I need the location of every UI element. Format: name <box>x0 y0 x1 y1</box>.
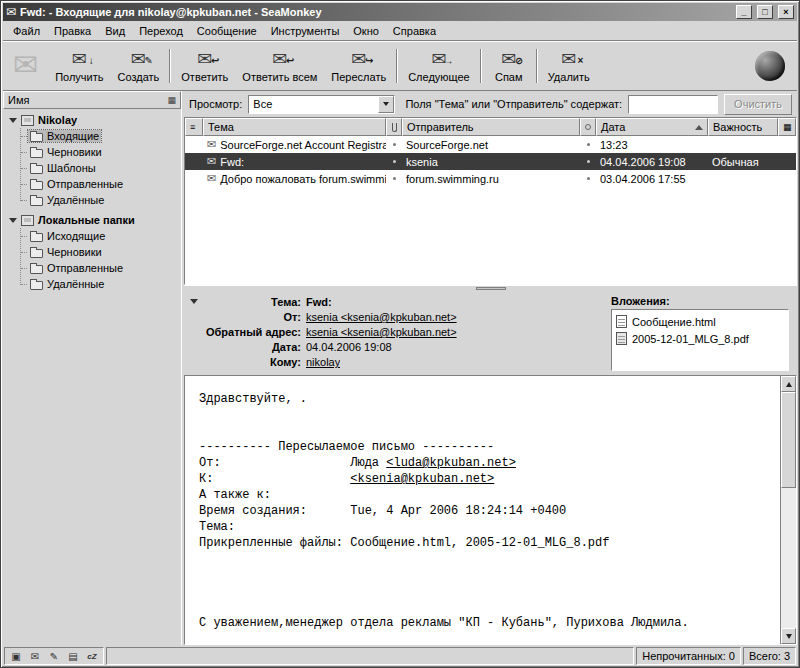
message-body-line: К: <ksenia@kpkuban.net> <box>199 471 780 487</box>
reply-all-label: Ответить всем <box>242 71 317 83</box>
menu-item-help[interactable]: Справка <box>386 22 443 40</box>
email-link[interactable]: <luda@kpkuban.net> <box>386 456 516 470</box>
close-button[interactable]: × <box>778 5 794 19</box>
column-header-date[interactable]: Дата <box>596 118 708 136</box>
folder-item[interactable]: Отправленные <box>17 260 181 276</box>
message-header-fields: Тема:Fwd:От:ksenia <ksenia@kpkuban.net>О… <box>206 295 603 373</box>
scroll-down-icon[interactable] <box>781 628 796 644</box>
menu-item-window[interactable]: Окно <box>346 22 386 40</box>
chevron-down-icon[interactable] <box>378 96 394 113</box>
scroll-up-icon[interactable] <box>781 376 796 392</box>
search-input[interactable] <box>628 95 718 114</box>
column-header-thread[interactable]: ≡ <box>185 118 203 136</box>
view-select[interactable]: Все <box>248 95 395 114</box>
subject-text: SourceForge.net Account Registration: Em… <box>220 139 386 151</box>
menu-item-view[interactable]: Вид <box>98 22 132 40</box>
chatzilla-icon[interactable]: cZ <box>85 649 99 663</box>
cell-read <box>580 177 596 180</box>
scrollbar-track[interactable] <box>781 392 796 628</box>
folder-pane: Имя ▦ NikolayВходящиеЧерновикиШаблоныОтп… <box>3 91 181 645</box>
folder-item[interactable]: Шаблоны <box>17 160 181 176</box>
folder-item-wrap: Исходящие <box>28 230 107 242</box>
composer-icon[interactable]: ✎ <box>47 649 61 663</box>
header-field-value[interactable]: ksenia <ksenia@kpkuban.net> <box>306 325 457 340</box>
clear-button[interactable]: Очистить <box>724 94 792 115</box>
cell-subject: ✉Добро пожаловать forum.swimming.ru <box>203 173 386 185</box>
component-bar: ▣✉✎▤cZ <box>4 647 104 665</box>
twisty-open-icon[interactable] <box>9 118 17 123</box>
reply-all-button[interactable]: ✉↩Ответить всем <box>235 44 324 88</box>
cell-subject: ✉SourceForge.net Account Registration: E… <box>203 139 386 151</box>
reply-button[interactable]: ✉↩Ответить <box>174 44 235 88</box>
compose-button[interactable]: ✉✎Создать <box>111 44 167 88</box>
address-book-icon[interactable]: ▤ <box>66 649 80 663</box>
compose-icon: ✉✎ <box>131 50 146 69</box>
menu-item-file[interactable]: Файл <box>6 22 47 40</box>
folder-icon <box>30 133 43 142</box>
unread-count: Непрочитанных: 0 <box>636 647 741 665</box>
column-label: Отправитель <box>407 121 474 133</box>
folder-item[interactable]: Черновики <box>17 244 181 260</box>
message-row[interactable]: ✉Fwd:ksenia04.04.2006 19:08Обычная <box>185 153 796 170</box>
mail-icon[interactable]: ✉ <box>28 649 42 663</box>
get-mail-button[interactable]: ✉↓Получить <box>48 44 110 88</box>
forward-button[interactable]: ✉↪Переслать <box>324 44 393 88</box>
folder-pane-header[interactable]: Имя ▦ <box>3 91 181 109</box>
reply-label: Ответить <box>181 71 228 83</box>
minimize-button[interactable]: _ <box>736 5 752 19</box>
junk-button[interactable]: ✉⊘Спам <box>485 44 533 88</box>
menu-item-go[interactable]: Переход <box>132 22 190 40</box>
reply-all-icon-badge: ↩ <box>286 51 294 70</box>
toolbar-separator <box>480 49 482 83</box>
folder-item[interactable]: Удалённые <box>17 276 181 292</box>
scrollbar-thumb[interactable] <box>781 392 796 488</box>
attachment-item[interactable]: 2005-12-01_MLG_8.pdf <box>616 330 784 347</box>
tree-account[interactable]: Локальные папки <box>5 212 181 228</box>
column-header-subject[interactable]: Тема <box>203 118 386 136</box>
column-header-sender[interactable]: Отправитель <box>402 118 580 136</box>
next-label: Следующее <box>408 71 470 83</box>
splitter-grip[interactable] <box>476 287 506 290</box>
navigator-icon[interactable]: ▣ <box>9 649 23 663</box>
subject-text: Добро пожаловать forum.swimming.ru <box>220 173 386 185</box>
header-field-label: Обратный адрес: <box>206 325 306 340</box>
header-field-value[interactable]: ksenia <ksenia@kpkuban.net> <box>306 310 457 325</box>
message-body-line <box>199 583 780 599</box>
folder-item[interactable]: Черновики <box>17 144 181 160</box>
email-link[interactable]: <ksenia@kpkuban.net> <box>350 472 494 486</box>
twisty-open-icon[interactable] <box>9 218 17 223</box>
message-row[interactable]: ✉Добро пожаловать forum.swimming.ruforum… <box>185 170 796 187</box>
message-row[interactable]: ✉SourceForge.net Account Registration: E… <box>185 136 796 153</box>
folder-item[interactable]: Удалённые <box>17 192 181 208</box>
mail-icon: ✉ <box>207 139 216 150</box>
column-header-read[interactable] <box>580 118 596 136</box>
folder-item-wrap: Удалённые <box>28 278 106 290</box>
column-header-picker[interactable]: ▦ <box>778 118 796 136</box>
folder-item[interactable]: Исходящие <box>17 228 181 244</box>
collapse-header-icon[interactable] <box>190 299 198 304</box>
message-body-line: Тема: <box>199 519 780 535</box>
folder-item[interactable]: Отправленные <box>17 176 181 192</box>
scrollbar[interactable] <box>780 376 796 644</box>
header-field-value[interactable]: nikolay <box>306 355 340 370</box>
seamonkey-logo-icon[interactable] <box>755 51 785 81</box>
folder-item[interactable]: Входящие <box>17 128 181 144</box>
column-header-attachment[interactable] <box>386 118 402 136</box>
menu-item-edit[interactable]: Правка <box>47 22 98 40</box>
column-header-priority[interactable]: Важность <box>708 118 778 136</box>
next-button[interactable]: ✉→Следующее <box>401 44 477 88</box>
horizontal-splitter[interactable] <box>184 285 797 291</box>
column-picker-icon[interactable]: ▦ <box>783 122 792 132</box>
titlebar[interactable]: ✉ Fwd: - Входящие для nikolay@kpkuban.ne… <box>3 3 797 21</box>
folder-icon <box>30 249 43 258</box>
subject-text: Fwd: <box>220 156 244 168</box>
menu-item-tools[interactable]: Инструменты <box>264 22 347 40</box>
attachment-item[interactable]: Сообщение.html <box>616 313 784 330</box>
status-message-area <box>106 647 634 665</box>
folder-column-picker-icon[interactable]: ▦ <box>167 95 176 105</box>
menu-item-message[interactable]: Сообщение <box>190 22 264 40</box>
total-count: Всего: 3 <box>743 647 796 665</box>
tree-account[interactable]: Nikolay <box>5 112 181 128</box>
delete-button[interactable]: ✉×Удалить <box>541 44 597 88</box>
maximize-button[interactable]: □ <box>757 5 773 19</box>
